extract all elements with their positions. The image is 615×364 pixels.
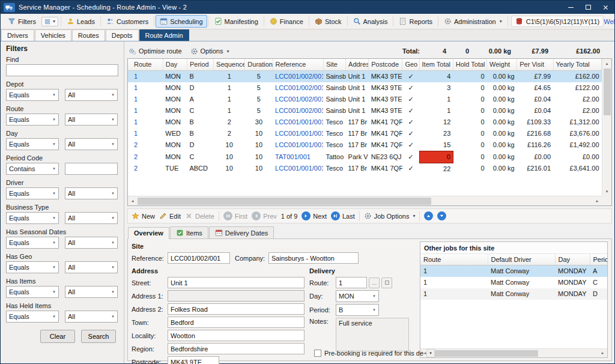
field-postcode[interactable]: [168, 356, 219, 364]
period-combo[interactable]: B▾: [336, 304, 379, 316]
grid-row[interactable]: 2MONC1010TAT001/001TattooPark VNE23 6QJ✓…: [128, 151, 602, 163]
column-header-per-visit[interactable]: Per Visit: [517, 59, 553, 70]
column-header-sequence[interactable]: Sequence: [214, 59, 245, 70]
search-button[interactable]: Search: [81, 330, 116, 343]
ribbon-item-analysis[interactable]: Analysis: [349, 15, 392, 28]
column-header-geo[interactable]: Geo: [402, 59, 419, 70]
column-header-day[interactable]: Day: [555, 254, 590, 265]
grid-row[interactable]: 1MONB15LCC001/002/001SainsbUnit 1MK43 9T…: [128, 70, 602, 82]
optimise-route-button[interactable]: Optimise route: [129, 47, 182, 55]
scroll-right-icon[interactable]: ▸: [593, 196, 602, 205]
route-aux-button[interactable]: [381, 278, 392, 288]
column-header-day[interactable]: Day: [163, 59, 187, 70]
filter-op-has-held-items[interactable]: Equals▾: [6, 311, 59, 323]
grid-row[interactable]: 2TUEABCD1010LCC001/001/001Tesco117 BrMK4…: [128, 163, 602, 175]
column-header-yearly-total[interactable]: Yearly Total: [553, 59, 602, 70]
edit-button[interactable]: Edit: [159, 212, 181, 220]
ribbon-item-filters[interactable]: Filters: [4, 15, 40, 28]
welcome-link[interactable]: Welcome - Administrator (1): [604, 18, 615, 25]
form-scroll-down-icon[interactable]: ▾: [426, 349, 435, 357]
ribbon-item-customers[interactable]: Customers: [102, 15, 153, 28]
reference-field[interactable]: [168, 252, 230, 264]
notes-field[interactable]: Full service: [336, 318, 409, 351]
filter-op-business-type[interactable]: Equals▾: [6, 212, 59, 224]
scroll-down-icon[interactable]: ▾: [602, 187, 611, 196]
grid-row[interactable]: 1WEDB210LCC001/001/001Tesco117 BrMK41 7Q…: [128, 128, 602, 139]
tab-delivery-dates[interactable]: Delivery Dates: [209, 226, 274, 238]
filter-value-driver[interactable]: All▾: [65, 187, 118, 199]
first-record-button[interactable]: First: [223, 211, 247, 220]
find-input[interactable]: [6, 64, 118, 76]
filter-op-driver[interactable]: Equals▾: [6, 187, 59, 199]
tab-route-admin[interactable]: Route Admin: [139, 29, 189, 41]
ribbon-item-administration[interactable]: Administration▾: [440, 15, 506, 28]
filter-op-route[interactable]: Equals▾: [6, 114, 59, 126]
move-up-button[interactable]: [424, 211, 433, 220]
filter-value-has-geo[interactable]: All▾: [65, 261, 118, 273]
column-header-site[interactable]: Site: [323, 59, 345, 70]
filter-value-has-seasonal-dates[interactable]: All▾: [65, 237, 118, 249]
move-down-button[interactable]: [437, 211, 446, 220]
options-button[interactable]: Options ▾: [190, 47, 229, 55]
column-header-duration[interactable]: Duration: [245, 59, 273, 70]
close-button[interactable]: [597, 1, 614, 14]
filter-value-business-type[interactable]: All▾: [65, 212, 118, 224]
tab-items[interactable]: Items: [170, 226, 208, 238]
ribbon-item-finance[interactable]: Finance: [265, 15, 308, 28]
new-button[interactable]: New: [132, 212, 155, 220]
ribbon-item-leads[interactable]: Leads: [62, 15, 99, 28]
prev-record-button[interactable]: Prev: [252, 211, 277, 220]
column-header-hold-total[interactable]: Hold Total: [453, 59, 486, 70]
tab-routes[interactable]: Routes: [72, 29, 105, 41]
tab-overview[interactable]: Overview: [128, 227, 169, 239]
column-header-reference[interactable]: Reference: [273, 59, 323, 70]
route-lookup-button[interactable]: …: [369, 278, 380, 288]
scroll-left-icon[interactable]: ◂: [128, 196, 137, 205]
column-header-route[interactable]: Route: [128, 59, 163, 70]
ribbon-item-scheduling[interactable]: Scheduling: [156, 15, 207, 28]
next-record-button[interactable]: Next: [301, 211, 327, 220]
view-selector-button[interactable]: ▾: [41, 17, 58, 26]
filter-op-day[interactable]: Equals▾: [6, 138, 59, 150]
filter-op-has-seasonal-dates[interactable]: Equals▾: [6, 237, 59, 249]
filter-op-has-items[interactable]: Equals▾: [6, 286, 59, 298]
column-header-item-total[interactable]: Item Total: [419, 59, 453, 70]
column-header-address[interactable]: Address: [346, 59, 369, 70]
ribbon-item-stock[interactable]: Stock: [311, 15, 346, 28]
clear-button[interactable]: Clear: [40, 330, 75, 343]
other-job-row[interactable]: 1Matt ConwayMONDAYC: [420, 277, 607, 288]
field-locality[interactable]: [168, 330, 304, 341]
connection-indicator[interactable]: C1\5(1)\6(5)\12(11)\Y(11): [511, 16, 604, 27]
filter-input-period-code[interactable]: [65, 163, 118, 175]
filter-value-has-held-items[interactable]: All▾: [65, 311, 118, 323]
field-town[interactable]: [168, 317, 304, 328]
column-header-period[interactable]: Period: [590, 254, 607, 265]
job-options-button[interactable]: Job Options▾: [364, 212, 416, 220]
maximize-button[interactable]: [580, 1, 597, 14]
column-header-weight[interactable]: Weight: [487, 59, 517, 70]
route-field[interactable]: [336, 277, 367, 288]
ribbon-item-manifesting[interactable]: Manifesting: [210, 15, 262, 28]
column-header-postcode[interactable]: Postcode: [369, 59, 402, 70]
tab-drivers[interactable]: Drivers: [1, 29, 34, 41]
field-street[interactable]: [168, 277, 304, 288]
filter-op-has-geo[interactable]: Equals▾: [6, 261, 59, 273]
grid-row[interactable]: 1MONC15LCC001/002/001SainsbUnit 1MK43 9T…: [128, 105, 602, 117]
scroll-right-icon[interactable]: ▸: [598, 349, 607, 358]
column-header-route[interactable]: Route: [420, 254, 488, 265]
scroll-up-icon[interactable]: ▴: [602, 59, 611, 68]
horizontal-scroll-thumb[interactable]: [138, 198, 431, 205]
day-combo[interactable]: MON▾: [336, 290, 379, 302]
tab-depots[interactable]: Depots: [106, 29, 139, 41]
filter-value-depot[interactable]: All▾: [65, 89, 118, 101]
grid-row[interactable]: 1MONB230LCC001/001/001Tesco117 BrMK41 7Q…: [128, 117, 602, 128]
filter-op-depot[interactable]: Equals▾: [6, 89, 59, 101]
grid-row[interactable]: 1MOND15LCC001/002/001SainsbUnit 1MK43 9T…: [128, 82, 602, 94]
minimize-button[interactable]: [562, 1, 580, 14]
other-job-row[interactable]: 1Matt ConwayMONDAYD: [420, 288, 607, 300]
other-job-row[interactable]: 1Matt ConwayMONDAYA: [420, 265, 607, 277]
tab-vehicles[interactable]: Vehicles: [35, 29, 71, 41]
filter-value-route[interactable]: All▾: [65, 114, 118, 126]
field-address-1[interactable]: [168, 290, 304, 302]
ribbon-item-reports[interactable]: Reports: [395, 15, 437, 28]
